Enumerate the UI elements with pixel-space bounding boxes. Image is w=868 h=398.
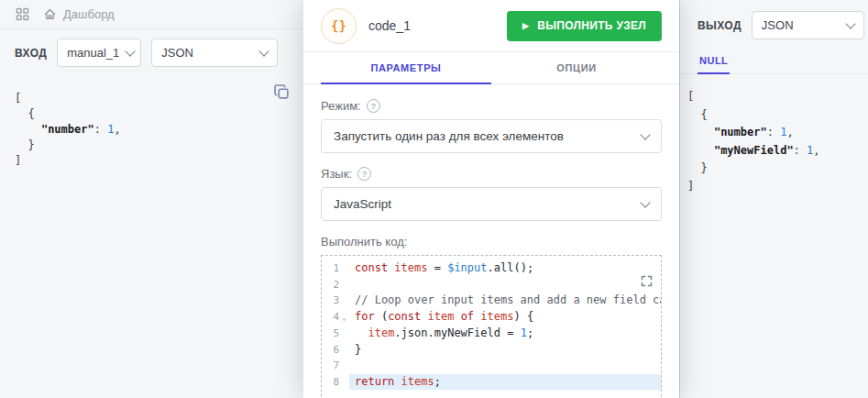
line-number: 6	[322, 342, 349, 359]
json-line: {	[15, 106, 289, 122]
json-line: "number": 1,	[15, 122, 289, 138]
json-line: "number": 1,	[687, 124, 868, 142]
chevron-down-icon	[845, 18, 855, 28]
json-line: [	[15, 91, 289, 106]
language-select-value: JavaScript	[334, 197, 391, 211]
json-line: ]	[15, 153, 289, 169]
input-panel-header: ВХОД manual_1 JSON	[0, 29, 303, 74]
code-line[interactable]: 3// Loop over input items and add a new …	[322, 293, 661, 309]
chevron-down-icon	[640, 197, 650, 207]
code-node-icon: {}	[321, 8, 357, 44]
input-json-area: [ { "number": 1, }]	[0, 74, 303, 185]
json-line: [	[687, 88, 868, 106]
input-format-value: JSON	[161, 46, 193, 60]
code-line[interactable]: 6}	[322, 342, 661, 359]
code-line[interactable]: 7	[322, 358, 661, 374]
code-line[interactable]: 8return items;	[322, 374, 661, 391]
code-label-text: Выполнить код:	[321, 235, 407, 249]
line-number: 1	[322, 260, 349, 277]
node-detail-modal: {} code_1 ▶ ВЫПОЛНИТЬ УЗЕЛ ПАРАМЕТРЫ ОПЦ…	[303, 0, 679, 398]
execute-node-button[interactable]: ▶ ВЫПОЛНИТЬ УЗЕЛ	[507, 11, 662, 41]
language-select[interactable]: JavaScript	[321, 187, 662, 221]
breadcrumb: Дашборд	[0, 0, 303, 29]
json-line: {	[687, 106, 868, 125]
code-field-label: Выполнить код:	[321, 235, 662, 249]
code-editor-lines: 1const items = $input.all();23// Loop ov…	[322, 260, 661, 390]
node-title: code_1	[368, 18, 411, 33]
output-panel-header: ВЫХОД JSON	[680, 0, 868, 47]
chevron-down-icon	[640, 129, 650, 139]
mode-select[interactable]: Запустить один раз для всех элементов	[321, 119, 662, 153]
modal-tabs: ПАРАМЕТРЫ ОПЦИИ	[303, 52, 679, 84]
code-line[interactable]: 4⌄for (const item of items) {	[322, 309, 661, 326]
chevron-down-icon	[259, 46, 269, 56]
json-line: }	[687, 160, 868, 178]
grid-icon[interactable]	[16, 7, 29, 21]
line-number: 2	[322, 277, 349, 293]
mode-select-value: Запустить один раз для всех элементов	[334, 129, 564, 143]
modal-body: Режим: ? Запустить один раз для всех эле…	[303, 84, 679, 398]
line-number: 7	[322, 358, 349, 374]
help-icon[interactable]: ?	[367, 99, 380, 113]
code-editor[interactable]: 1const items = $input.all();23// Loop ov…	[321, 255, 662, 398]
input-json-view: [ { "number": 1, }]	[15, 91, 289, 169]
fold-arrow-icon[interactable]: ⌄	[339, 310, 349, 326]
input-format-select[interactable]: JSON	[151, 39, 278, 67]
input-source-select[interactable]: manual_1	[57, 39, 141, 67]
language-field-label: Язык: ?	[321, 167, 662, 181]
code-line[interactable]: 1const items = $input.all();	[322, 260, 661, 277]
mode-field-label: Режим: ?	[321, 99, 662, 113]
breadcrumb-dashboard-link[interactable]: Дашборд	[43, 7, 115, 21]
language-label-text: Язык:	[321, 167, 352, 181]
json-line: ]	[687, 178, 868, 196]
tab-parameters[interactable]: ПАРАМЕТРЫ	[321, 52, 491, 83]
output-panel-title: ВЫХОД	[698, 19, 742, 32]
help-icon[interactable]: ?	[357, 167, 371, 181]
line-number: 4⌄	[322, 309, 349, 326]
input-panel: Дашборд ВХОД manual_1 JSON [ { "number":…	[0, 0, 303, 398]
json-line: }	[15, 138, 289, 153]
play-icon: ▶	[522, 22, 529, 30]
line-number: 8	[322, 374, 349, 391]
line-number: 5	[322, 326, 349, 342]
line-number: 3	[322, 293, 349, 309]
breadcrumb-label: Дашборд	[63, 7, 115, 21]
output-format-select[interactable]: JSON	[752, 11, 864, 39]
json-line: "myNewField": 1,	[687, 142, 868, 160]
expand-icon[interactable]	[640, 274, 654, 291]
input-panel-title: ВХОД	[15, 47, 47, 60]
code-line[interactable]: 5 item.json.myNewField = 1;	[322, 326, 661, 342]
tab-options[interactable]: ОПЦИИ	[491, 52, 662, 83]
output-format-value: JSON	[762, 18, 794, 32]
input-source-value: manual_1	[67, 46, 119, 60]
output-json-view: [ { "number": 1, "myNewField": 1, }]	[680, 74, 868, 195]
execute-node-label: ВЫПОЛНИТЬ УЗЕЛ	[537, 19, 646, 32]
modal-header: {} code_1 ▶ ВЫПОЛНИТЬ УЗЕЛ	[303, 0, 679, 52]
output-branch-tabs: NULL	[680, 51, 868, 74]
mode-label-text: Режим:	[321, 99, 361, 113]
copy-icon[interactable]	[272, 83, 291, 105]
home-icon	[43, 7, 57, 21]
code-line[interactable]: 2	[322, 277, 661, 293]
output-branch-tab-null[interactable]: NULL	[698, 52, 730, 74]
output-panel: ВЫХОД JSON NULL [ { "number": 1, "myNewF…	[679, 0, 868, 398]
chevron-down-icon	[126, 46, 136, 56]
